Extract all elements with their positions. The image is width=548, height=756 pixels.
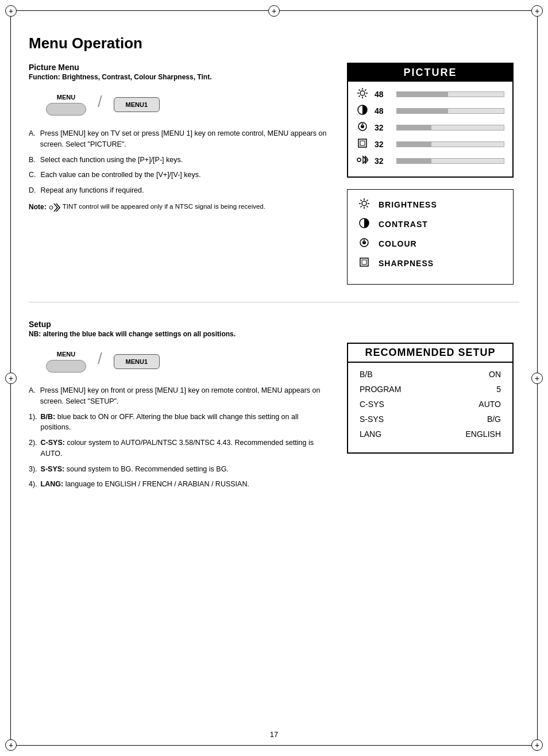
svg-line-25	[361, 200, 362, 201]
svg-point-3	[360, 91, 365, 95]
setup-instruction-num: 1).B/B: blue back to ON or OFF. Altering…	[29, 412, 330, 433]
num-text: C-SYS: colour system to AUTO/PAL/NTSC 3.…	[41, 438, 330, 459]
rec-setup-key-3: S-SYS	[360, 415, 384, 424]
picture-bar-fill-2	[397, 125, 431, 130]
setup-instruction-num: 3).S-SYS: sound system to BG. Recommende…	[29, 464, 330, 475]
picture-instruction: C.Each value can be controlled by the [V…	[29, 170, 330, 181]
picture-note: Note: TINT control will be appeared only…	[29, 203, 330, 212]
note-text: TINT control will be appeared only if a …	[63, 203, 265, 210]
setup-instructions-a: A.Press [MENU] key on front or press [ME…	[29, 385, 330, 407]
instr-text: Each value can be controlled by the [V+]…	[41, 170, 201, 181]
legend-row: CONTRAST	[357, 217, 504, 231]
setup-menu-shape	[46, 360, 86, 373]
instr-text: Press [MENU] key on front or press [MENU…	[40, 385, 330, 407]
note-prefix: Note:	[29, 203, 47, 211]
picture-bar-bg-0	[396, 91, 504, 97]
picture-section: Picture Menu Function: Brightness, Contr…	[29, 63, 519, 285]
tint-icon	[49, 204, 60, 212]
picture-icon-tint	[356, 154, 369, 167]
rec-setup-key-2: C-SYS	[360, 400, 384, 409]
rec-setup-val-4: ENGLISH	[466, 429, 501, 439]
setup-slash-divider: /	[98, 350, 102, 368]
picture-value-1: 48	[375, 106, 391, 116]
picture-icon-contrast	[356, 104, 369, 117]
svg-line-28	[361, 206, 362, 207]
setup-menu-label: MENU	[57, 351, 75, 358]
picture-right-col: PICTURE 48 48 32 32 32	[347, 63, 519, 285]
section-separator	[29, 302, 519, 302]
menu1-shape: MENU1	[114, 97, 160, 112]
rec-setup-row: PROGRAM 5	[360, 385, 501, 394]
svg-line-26	[366, 206, 368, 207]
picture-subheading: Function: Brightness, Contrast, Colour S…	[29, 73, 330, 81]
picture-bar-fill-0	[397, 92, 448, 97]
rec-setup-key-1: PROGRAM	[360, 385, 401, 394]
svg-point-20	[362, 201, 366, 206]
picture-bar-bg-1	[396, 108, 504, 114]
page-number: 17	[270, 730, 278, 739]
picture-left-col: Picture Menu Function: Brightness, Contr…	[29, 63, 330, 285]
picture-bar-fill-1	[397, 109, 448, 113]
svg-rect-15	[358, 139, 366, 147]
picture-box-content: 48 48 32 32 32	[348, 82, 512, 176]
setup-section: Setup NB: altering the blue back will ch…	[29, 320, 519, 494]
bold-term: B/B:	[41, 413, 56, 421]
svg-rect-16	[360, 141, 365, 145]
picture-legend-box: BRIGHTNESS CONTRAST COLOUR SHARPNESS	[347, 189, 514, 285]
instr-label: D.	[29, 185, 36, 196]
crosshair-mid-left	[5, 373, 17, 384]
svg-line-9	[365, 95, 366, 97]
legend-icon-contrast	[357, 217, 372, 231]
instr-label: B.	[29, 155, 36, 166]
bold-term: LANG:	[41, 480, 64, 488]
picture-icon-sharpness	[356, 137, 369, 151]
bold-term: C-SYS:	[41, 439, 65, 447]
menu-button: MENU	[46, 94, 86, 116]
legend-label-0: BRIGHTNESS	[379, 200, 437, 209]
setup-menu-button: MENU	[46, 351, 86, 373]
picture-display-box: PICTURE 48 48 32 32 32	[347, 63, 514, 178]
rec-setup-row: LANG ENGLISH	[360, 429, 501, 439]
legend-row: COLOUR	[357, 237, 504, 251]
rec-setup-val-0: ON	[489, 370, 501, 379]
legend-icon-colour	[357, 237, 372, 251]
picture-row: 48	[356, 87, 504, 101]
setup-menu1-label: MENU1	[126, 358, 148, 365]
legend-icon-sun	[357, 198, 372, 212]
svg-point-0	[49, 206, 53, 209]
setup-instruction-num: 4).LANG: language to ENGLISH / FRENCH / …	[29, 479, 330, 490]
num-label: 3).	[29, 464, 37, 475]
page-content: Menu Operation Picture Menu Function: Br…	[0, 0, 548, 523]
num-label: 2).	[29, 438, 37, 459]
page-border-bottom	[10, 745, 538, 746]
svg-rect-33	[362, 260, 366, 264]
rec-setup-val-1: 5	[496, 385, 501, 394]
picture-value-3: 32	[375, 140, 391, 149]
picture-icon-colour	[356, 121, 369, 134]
instr-text: Select each function using the [P+]/[P-]…	[40, 155, 183, 166]
crosshair-bottom-right	[531, 739, 543, 751]
svg-line-10	[365, 90, 366, 91]
rec-setup-title: RECOMMENDED SETUP	[347, 343, 514, 363]
picture-instruction: D.Repeat any functions if required.	[29, 185, 330, 196]
picture-value-0: 48	[375, 90, 391, 99]
num-text: B/B: blue back to ON or OFF. Altering th…	[41, 412, 330, 433]
instr-text: Press [MENU] key on TV set or press [MEN…	[40, 128, 330, 150]
page-title: Menu Operation	[29, 34, 519, 52]
picture-menu-diagram: MENU / MENU1	[46, 93, 330, 117]
num-label: 4).	[29, 479, 37, 490]
svg-point-17	[357, 158, 361, 162]
picture-row: 32	[356, 121, 504, 134]
menu-label: MENU	[57, 94, 75, 101]
legend-icon-sharpness	[357, 256, 372, 270]
setup-menu1-button: MENU1	[114, 354, 160, 369]
setup-left-col: Setup NB: altering the blue back will ch…	[29, 320, 330, 494]
menu1-button: MENU1	[114, 97, 160, 112]
setup-instruction-a: A.Press [MENU] key on front or press [ME…	[29, 385, 330, 407]
legend-label-3: SHARPNESS	[379, 259, 434, 268]
instr-label: A.	[29, 128, 36, 150]
picture-bar-fill-4	[397, 159, 431, 163]
picture-bar-bg-2	[396, 125, 504, 131]
picture-bar-bg-4	[396, 158, 504, 164]
bold-term: S-SYS:	[41, 465, 65, 473]
